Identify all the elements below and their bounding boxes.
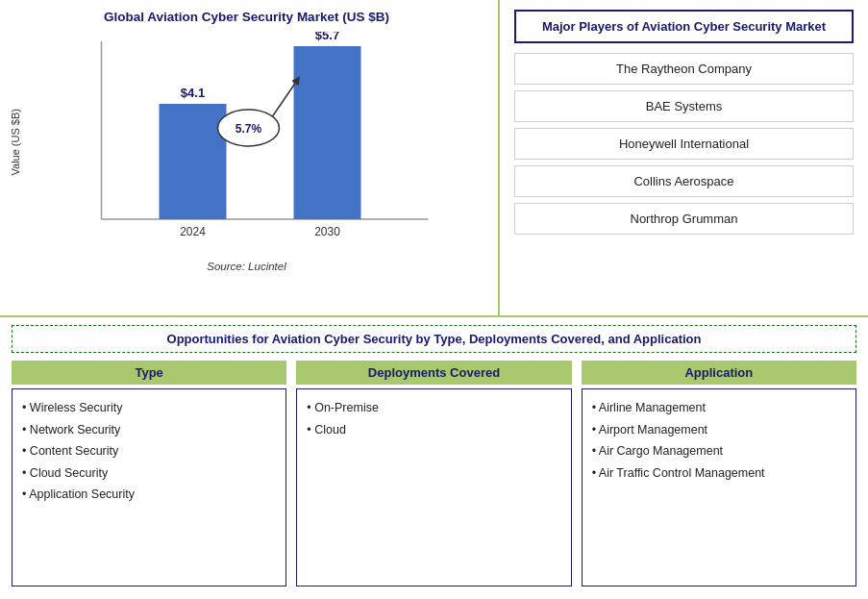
- bar-2024-label: 2024: [180, 225, 206, 238]
- bar-2024: [160, 104, 227, 219]
- app-item-1: Airline Management: [592, 397, 846, 419]
- bar-2030: [294, 46, 361, 219]
- player-4: Collins Aerospace: [514, 165, 854, 197]
- deployment-item-2: Cloud: [307, 419, 560, 441]
- type-header: Type: [12, 361, 286, 385]
- columns-row: Type Wireless Security Network Security …: [12, 361, 856, 587]
- source-text: Source: Lucintel: [10, 261, 484, 272]
- bottom-section: Opportunities for Aviation Cyber Securit…: [0, 317, 868, 599]
- type-item-2: Network Security: [22, 419, 276, 441]
- bar-2024-value: $4.1: [181, 86, 205, 100]
- type-column: Type Wireless Security Network Security …: [12, 361, 286, 587]
- deployments-header: Deployments Covered: [296, 361, 571, 385]
- deployments-column: Deployments Covered On-Premise Cloud: [296, 361, 571, 587]
- type-item-4: Cloud Security: [22, 462, 276, 485]
- players-title: Major Players of Aviation Cyber Security…: [514, 10, 854, 43]
- type-content: Wireless Security Network Security Conte…: [12, 388, 286, 587]
- deployment-item-1: On-Premise: [307, 397, 560, 419]
- application-column: Application Airline Management Airport M…: [582, 361, 856, 587]
- chart-section: Global Aviation Cyber Security Market (U…: [0, 0, 500, 317]
- player-3: Honeywell International: [514, 128, 854, 160]
- chart-title: Global Aviation Cyber Security Market (U…: [10, 10, 484, 24]
- deployments-content: On-Premise Cloud: [296, 388, 571, 587]
- app-item-4: Air Traffic Control Management: [592, 462, 846, 485]
- bar-2030-label: 2030: [314, 225, 340, 238]
- players-section: Major Players of Aviation Cyber Security…: [500, 0, 868, 317]
- bar-2030-value: $5.7: [315, 32, 339, 42]
- y-axis-label: Value (US $B): [10, 109, 21, 176]
- type-item-1: Wireless Security: [22, 397, 276, 419]
- player-5: Northrop Grumman: [514, 203, 854, 235]
- opportunities-title: Opportunities for Aviation Cyber Securit…: [12, 325, 856, 353]
- type-item-5: Application Security: [22, 484, 276, 506]
- cagr-label: 5.7%: [236, 122, 262, 136]
- app-item-2: Airport Management: [592, 419, 846, 441]
- application-content: Airline Management Airport Management Ai…: [582, 388, 856, 587]
- application-header: Application: [582, 361, 856, 385]
- player-1: The Raytheon Company: [514, 53, 854, 85]
- type-item-3: Content Security: [22, 440, 276, 462]
- bar-chart: $4.1 2024 $5.7 2030 5.7%: [27, 32, 484, 243]
- app-item-3: Air Cargo Management: [592, 440, 846, 462]
- player-2: BAE Systems: [514, 90, 854, 122]
